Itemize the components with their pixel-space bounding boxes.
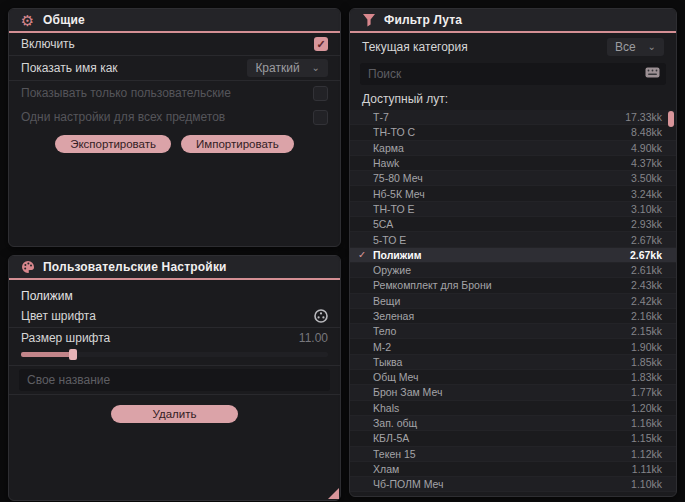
search-input[interactable] (360, 63, 666, 85)
single-settings-row: Одни настройки для всех предметов (9, 105, 340, 129)
loot-item[interactable]: Тело 2.15kk (350, 324, 676, 339)
loot-item-value: 2.93kk (631, 218, 662, 230)
custom-name-input[interactable] (19, 369, 330, 391)
loot-item[interactable]: Нб-5К Меч 3.24kk (350, 186, 676, 201)
loot-item-label: Текен 15 (373, 448, 631, 460)
loot-item-value: 3.24kk (631, 188, 662, 200)
loot-item[interactable]: Тыква 1.85kk (350, 355, 676, 370)
loot-filter-window: Фильтр Лута Текущая категория Все ⌄ Дост… (349, 8, 677, 497)
loot-filter-window-title: Фильтр Лута (384, 13, 462, 27)
only-custom-label: Показывать только пользовательские (21, 86, 231, 100)
general-window-title: Общие (43, 13, 85, 27)
show-name-select[interactable]: Краткий ⌄ (247, 59, 328, 77)
loot-item-label: Брон Зам Меч (373, 386, 631, 398)
loot-item[interactable]: Т-7 17.33kk (350, 110, 676, 125)
loot-list: Т-7 17.33kk ТН-ТО С 8.48kk Карма 4.90kk … (350, 110, 676, 492)
loot-item-label: Оружие (373, 264, 631, 276)
custom-settings-window-header[interactable]: Пользовательские Настройки (9, 256, 340, 280)
loot-item-value: 2.67kk (630, 249, 662, 261)
keyboard-icon[interactable] (645, 67, 660, 78)
resize-grip[interactable] (328, 488, 339, 499)
loot-item-label: Нб-5К Меч (373, 188, 631, 200)
loot-item-label: ТН-ТО С (373, 126, 631, 138)
loot-item-value: 3.10kk (631, 203, 662, 215)
general-window-header[interactable]: ⚙ Общие (9, 9, 340, 33)
available-loot-label: Доступный лут: (350, 88, 676, 108)
font-size-row: Размер шрифта 11.00 (9, 328, 340, 348)
loot-item[interactable]: Общ Меч 1.83kk (350, 370, 676, 385)
loot-item-value: 1.83kk (631, 371, 662, 383)
loot-item-label: Общ Меч (373, 371, 631, 383)
loot-item[interactable]: ✓ Полижим 2.67kk (350, 248, 676, 263)
loot-item[interactable]: Hawk 4.37kk (350, 156, 676, 171)
color-wheel-icon[interactable] (314, 309, 328, 323)
single-settings-checkbox[interactable] (313, 110, 328, 125)
loot-item-label: ТН-ТО Е (373, 203, 631, 215)
loot-item-label: Полижим (373, 249, 630, 261)
loot-item-value: 1.10kk (631, 478, 662, 490)
loot-item[interactable]: Зап. общ 1.16kk (350, 416, 676, 431)
loot-item[interactable]: М-2 1.90kk (350, 339, 676, 354)
enable-label: Включить (21, 37, 75, 51)
loot-item-label: Ремкомплект для Брони (373, 279, 631, 291)
palette-icon (20, 260, 35, 275)
only-custom-row: Показывать только пользовательские (9, 81, 340, 105)
loot-item-value: 1.15kk (631, 432, 662, 444)
scrollbar-thumb[interactable] (668, 111, 674, 127)
export-button[interactable]: Экспортировать (55, 135, 171, 153)
loot-item[interactable]: Карма 4.90kk (350, 141, 676, 156)
chevron-down-icon: ⌄ (312, 64, 320, 72)
loot-item[interactable]: Текен 15 1.12kk (350, 447, 676, 462)
category-row: Текущая категория Все ⌄ (350, 33, 676, 60)
loot-item-label: Тело (373, 325, 631, 337)
enable-row: Включить ✓ (9, 33, 340, 55)
loot-item[interactable]: Оружие 2.61kk (350, 263, 676, 278)
gear-icon: ⚙ (20, 13, 35, 28)
loot-item-value: 2.16kk (631, 310, 662, 322)
loot-item[interactable]: Хлам 1.11kk (350, 462, 676, 477)
slider-fill (21, 352, 73, 357)
slider-handle[interactable] (69, 349, 77, 360)
loot-item-label: Hawk (373, 157, 631, 169)
import-button[interactable]: Импортировать (181, 135, 294, 153)
loot-item[interactable]: КБЛ-5А 1.15kk (350, 431, 676, 446)
loot-item[interactable]: 75-80 Меч 3.50kk (350, 171, 676, 186)
loot-item-label: М-2 (373, 341, 631, 353)
loot-item[interactable]: Зеленая 2.16kk (350, 309, 676, 324)
divider (9, 394, 340, 395)
loot-item-value: 2.15kk (631, 325, 662, 337)
enable-checkbox[interactable]: ✓ (314, 37, 328, 51)
general-window: ⚙ Общие Включить ✓ Показать имя как Крат… (8, 8, 341, 247)
loot-item[interactable]: Khals 1.20kk (350, 401, 676, 416)
loot-item-value: 2.67kk (631, 234, 662, 246)
loot-item-value: 1.20kk (631, 402, 662, 414)
loot-item[interactable]: ТН-ТО С 8.48kk (350, 125, 676, 140)
loot-item[interactable]: ТН-ТО Е 3.10kk (350, 202, 676, 217)
loot-item[interactable]: Брон Зам Меч 1.77kk (350, 385, 676, 400)
loot-item-label: Т-7 (373, 111, 625, 123)
loot-filter-window-header[interactable]: Фильтр Лута (350, 9, 676, 33)
loot-item-label: Зеленая (373, 310, 631, 322)
loot-item-label: КБЛ-5А (373, 432, 631, 444)
loot-item-value: 2.43kk (631, 279, 662, 291)
loot-item[interactable]: 5-ТО Е 2.67kk (350, 232, 676, 247)
loot-item-label: Хлам (373, 463, 632, 475)
loot-item-label: 5-ТО Е (373, 234, 631, 246)
only-custom-checkbox[interactable] (313, 86, 328, 101)
loot-item-value: 1.11kk (632, 463, 662, 475)
loot-item-value: 1.16kk (631, 417, 662, 429)
font-color-row[interactable]: Цвет шрифта (9, 305, 340, 327)
loot-item[interactable]: Вещи 2.42kk (350, 294, 676, 309)
chevron-down-icon: ⌄ (648, 43, 656, 51)
loot-item[interactable]: Ремкомплект для Брони 2.43kk (350, 278, 676, 293)
loot-item-value: 1.85kk (631, 356, 662, 368)
font-size-slider[interactable] (21, 349, 328, 359)
custom-name-row (9, 366, 340, 394)
delete-button[interactable]: Удалить (111, 405, 239, 423)
category-select[interactable]: Все ⌄ (607, 38, 664, 56)
loot-item[interactable]: 5СА 2.93kk (350, 217, 676, 232)
loot-item-label: Зап. общ (373, 417, 631, 429)
show-name-label: Показать имя как (21, 61, 118, 75)
loot-item[interactable]: Чб-ПОЛМ Меч 1.10kk (350, 477, 676, 492)
selected-item-name: Полижим (9, 280, 340, 305)
